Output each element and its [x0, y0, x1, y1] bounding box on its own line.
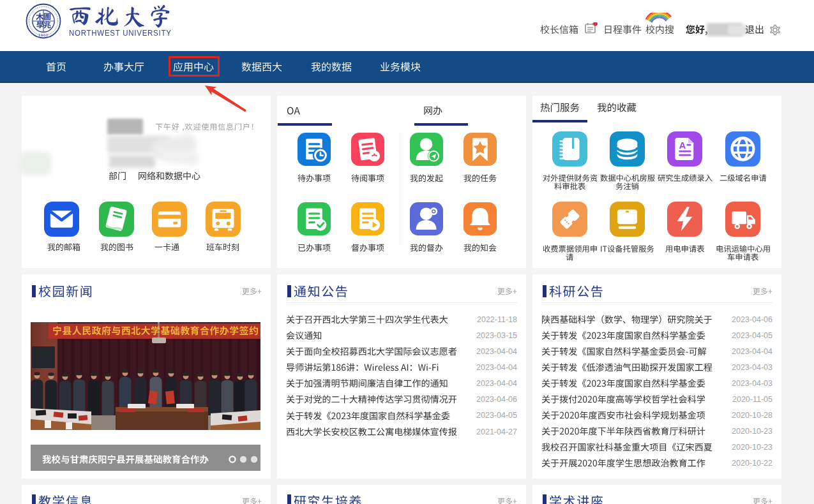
svg-text:A: A	[679, 140, 686, 151]
